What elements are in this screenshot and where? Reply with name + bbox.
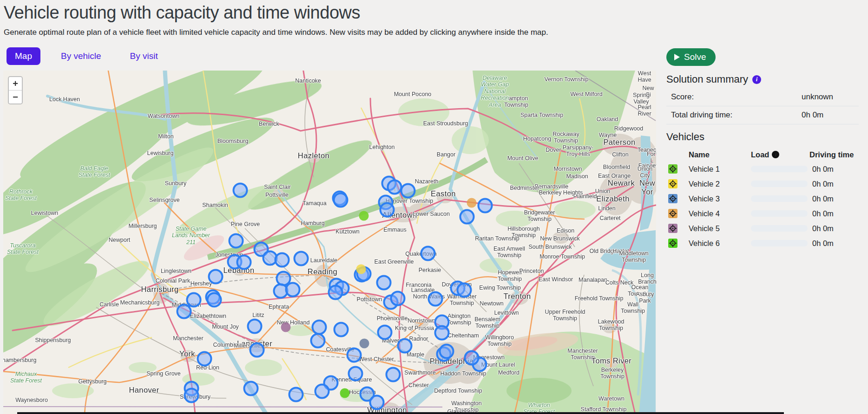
visit-marker[interactable]	[328, 285, 343, 300]
visit-marker[interactable]	[457, 283, 472, 298]
vehicle-depot-marker[interactable]	[467, 198, 477, 208]
zoom-out-button[interactable]: −	[9, 91, 22, 104]
info-icon[interactable]: i	[752, 75, 761, 84]
visit-marker[interactable]	[250, 343, 265, 358]
visit-marker[interactable]	[197, 351, 212, 367]
vehicle-depot-marker[interactable]	[360, 339, 369, 349]
vehicle-load-bar	[751, 181, 808, 187]
solution-summary-heading: Solution summary i	[666, 73, 859, 85]
vehicle-depot-marker[interactable]	[359, 211, 369, 221]
col-driving-time: Driving time	[809, 150, 854, 159]
map-label: Phoenixville	[377, 315, 408, 322]
map-label: Shippensburg	[35, 337, 71, 343]
vehicle-load-bar	[751, 240, 808, 246]
map-label: Morristown	[553, 166, 582, 172]
map-label: Laureldale	[310, 257, 337, 264]
vehicle-name: Vehicle 1	[689, 165, 720, 174]
map-canvas[interactable]: Lock HavenWatsontownMiltonLewisburgSunbu…	[3, 71, 656, 414]
visit-marker[interactable]	[247, 319, 263, 334]
visit-marker[interactable]	[294, 251, 309, 266]
map-label: East Stroudsburg	[423, 120, 468, 127]
visit-marker[interactable]	[243, 381, 259, 396]
map-label: Emmaus	[383, 226, 406, 233]
map-label: Marple	[407, 351, 424, 358]
map-label: Levittown	[494, 310, 519, 316]
map-label: Swarthmore	[404, 369, 435, 376]
visit-marker[interactable]	[208, 269, 224, 285]
load-info-icon[interactable]: i	[772, 151, 779, 158]
map-label: Spring Valley	[633, 92, 650, 105]
vehicle-depot-marker[interactable]	[281, 323, 291, 332]
side-panel: Solve Solution summary i Score:unknownTo…	[666, 48, 859, 251]
map-label: Clifton	[612, 151, 628, 158]
vehicles-table-header: Name Load i Driving time	[666, 148, 859, 162]
map-label: Union City	[638, 166, 653, 179]
map-label: Lehighton	[369, 144, 395, 150]
solve-button[interactable]: Solve	[666, 48, 716, 66]
visit-marker[interactable]	[428, 291, 443, 307]
visit-marker[interactable]	[347, 348, 362, 363]
vehicles-title: Vehicles	[666, 131, 704, 143]
visit-marker[interactable]	[237, 255, 252, 270]
visit-marker[interactable]	[184, 388, 199, 403]
visit-marker[interactable]	[310, 333, 326, 349]
visit-marker[interactable]	[397, 338, 413, 354]
map-overlay: Lock HavenWatsontownMiltonLewisburgSunbu…	[3, 71, 656, 414]
visit-marker[interactable]	[478, 198, 493, 213]
visit-marker[interactable]	[334, 322, 349, 337]
vehicle-name: Vehicle 2	[689, 180, 720, 188]
map-label: Dover	[546, 147, 561, 153]
map-label: Union	[595, 188, 611, 194]
vehicle-load-bar	[751, 210, 808, 217]
visit-marker[interactable]	[376, 275, 392, 291]
vehicle-crosshair-icon	[668, 209, 677, 218]
map-label: Bangor	[437, 151, 455, 158]
visit-marker[interactable]	[348, 366, 363, 382]
visit-marker[interactable]	[439, 344, 454, 359]
visit-marker[interactable]	[315, 384, 330, 399]
visit-marker[interactable]	[386, 367, 401, 382]
visit-marker[interactable]	[421, 246, 436, 261]
tab-map[interactable]: Map	[7, 47, 40, 65]
map-label: Mechanicsburg	[120, 299, 160, 306]
summary-label: Score:	[671, 92, 694, 102]
zoom-in-button[interactable]: +	[9, 77, 22, 91]
map-label: Hershey	[191, 280, 212, 287]
visit-marker[interactable]	[460, 209, 475, 225]
map-label: Watsontown	[148, 113, 179, 119]
visit-marker[interactable]	[285, 282, 301, 298]
visit-marker[interactable]	[401, 183, 416, 199]
map-label: Newark	[608, 179, 635, 188]
visit-marker[interactable]	[275, 252, 290, 268]
visit-marker[interactable]	[377, 325, 393, 340]
bottom-bar	[17, 412, 784, 414]
map-label: Newtown	[480, 300, 503, 307]
visit-marker[interactable]	[387, 180, 402, 195]
visit-marker[interactable]	[312, 320, 327, 335]
visit-marker[interactable]	[434, 325, 450, 341]
visit-marker[interactable]	[380, 202, 395, 218]
vehicle-row: Vehicle 10h 0m	[666, 162, 859, 176]
map-label: Mount Olive	[507, 155, 539, 162]
tab-by-vehicle[interactable]: By vehicle	[53, 47, 110, 65]
visit-marker[interactable]	[177, 304, 192, 319]
map-label: Carteret	[599, 215, 620, 221]
visit-marker[interactable]	[464, 350, 480, 366]
tab-by-visit[interactable]: By visit	[122, 47, 166, 65]
map-label: Berkeley Heights	[539, 189, 583, 196]
vehicle-depot-marker[interactable]	[356, 265, 366, 274]
visit-marker[interactable]	[333, 193, 349, 208]
vehicle-driving-time: 0h 0m	[812, 194, 834, 203]
visit-marker[interactable]	[207, 292, 222, 308]
map-label: Colonial Park	[156, 278, 190, 284]
visit-marker[interactable]	[229, 233, 244, 249]
visit-marker[interactable]	[233, 183, 248, 198]
app-window: Vehicle routing with capacity and time w…	[0, 0, 868, 414]
vehicle-depot-marker[interactable]	[340, 388, 350, 398]
visit-marker[interactable]	[390, 291, 406, 306]
visit-marker[interactable]	[369, 395, 385, 410]
map-label: Michaux State Forest	[10, 371, 42, 384]
visit-marker[interactable]	[289, 387, 304, 402]
map-label: Lakewood Township	[598, 318, 625, 332]
map-label: Middletown Township	[619, 250, 648, 264]
